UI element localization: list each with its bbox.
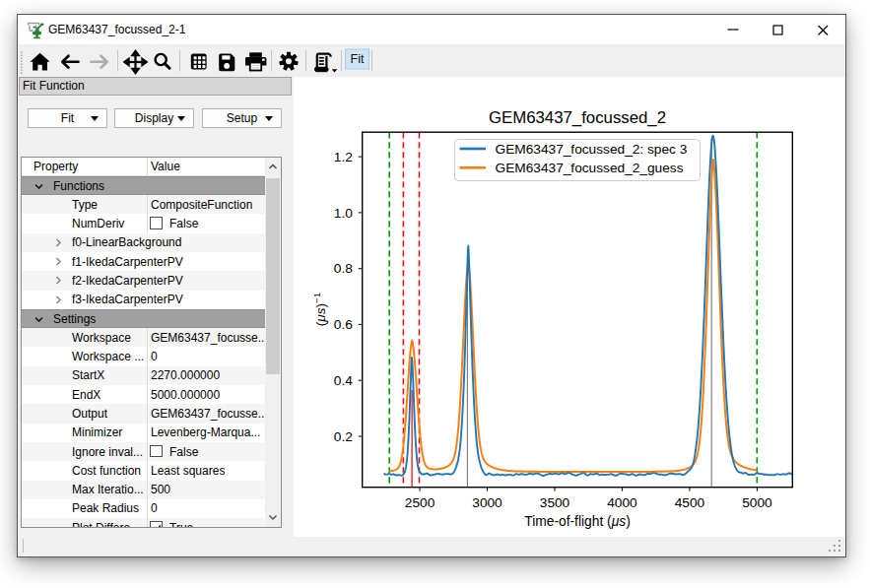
svg-text:Fit: Fit	[351, 52, 365, 66]
